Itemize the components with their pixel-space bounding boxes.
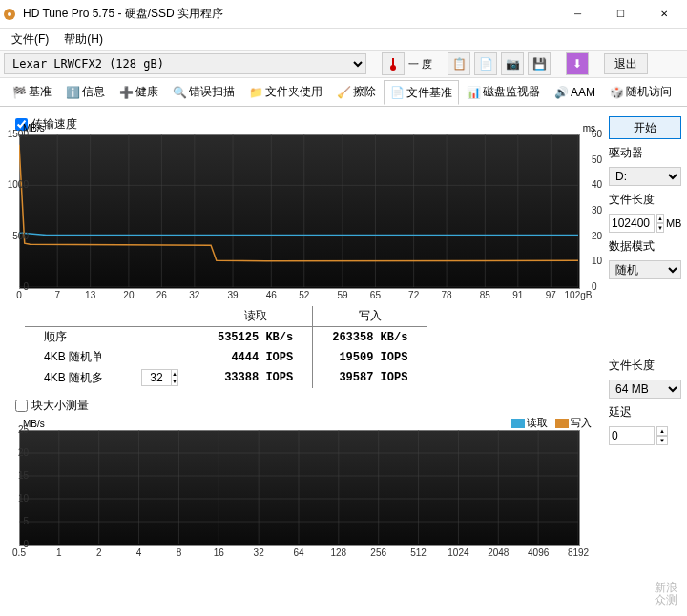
results-table: 读取写入 顺序535125 KB/s263358 KB/s 4KB 随机单444… — [25, 306, 582, 388]
tab-extra[interactable]: 📋额外测试 — [679, 80, 687, 104]
tab-benchmark[interactable]: 🏁基准 — [6, 80, 58, 104]
delay-input[interactable] — [609, 426, 655, 445]
info-icon: ℹ️ — [66, 86, 79, 99]
app-icon — [2, 7, 17, 22]
drive-letter-select[interactable]: D: — [609, 167, 681, 186]
pattern-select[interactable]: 随机 — [609, 260, 681, 279]
blocksize-checkbox[interactable]: 块大小测量 — [15, 398, 601, 414]
tab-aam[interactable]: 🔊AAM — [548, 80, 602, 104]
folder-icon: 📁 — [249, 86, 262, 99]
watermark: 新浪众测 — [655, 582, 677, 606]
close-button[interactable]: ✕ — [642, 1, 685, 28]
download-icon[interactable]: ⬇ — [566, 52, 589, 75]
table-row: 4KB 随机单4444 IOPS19509 IOPS — [25, 347, 427, 367]
tab-info[interactable]: ℹ️信息 — [59, 80, 112, 104]
tab-errorscan[interactable]: 🔍错误扫描 — [166, 80, 241, 104]
speaker-icon: 🔊 — [554, 86, 568, 99]
tab-bar: 🏁基准 ℹ️信息 ➕健康 🔍错误扫描 📁文件夹使用 🧹擦除 📄文件基准 📊磁盘监… — [0, 78, 687, 107]
health-icon: ➕ — [119, 86, 133, 99]
menu-file[interactable]: 文件(F) — [4, 30, 56, 50]
chart-transfer: MB/s ms 05001000150001020304050600713202… — [19, 134, 595, 287]
gauge-icon: 🏁 — [12, 86, 26, 99]
camera-icon[interactable]: 📷 — [501, 52, 524, 75]
legend-read-swatch — [511, 419, 525, 428]
menu-help[interactable]: 帮助(H) — [56, 30, 111, 50]
titlebar: HD Tune Pro 5.75 - 硬盘/SSD 实用程序 ─ ☐ ✕ — [0, 0, 687, 29]
temp-label: 一 度 — [408, 57, 432, 72]
erase-icon: 🧹 — [337, 86, 350, 99]
tab-folders[interactable]: 📁文件夹使用 — [242, 80, 329, 104]
delay-label: 延迟 — [609, 404, 681, 421]
filelen-spinner[interactable]: ▲▼ — [656, 214, 664, 233]
file-icon: 📄 — [390, 86, 404, 99]
search-icon: 🔍 — [173, 86, 186, 99]
legend: 读取 写入 — [6, 416, 592, 430]
side-panel: 开始 驱动器 D: 文件长度 ▲▼MB 数据模式 随机 文件长度 64 MB 延… — [609, 113, 681, 544]
start-button[interactable]: 开始 — [609, 116, 681, 139]
copy-icon[interactable]: 📋 — [448, 52, 470, 75]
svg-point-3 — [390, 65, 396, 71]
filelen2-label: 文件长度 — [609, 358, 681, 374]
thermometer-icon[interactable] — [382, 52, 405, 75]
drive-select[interactable]: Lexar LRWCFX2 (128 gB) — [4, 53, 366, 74]
minimize-button[interactable]: ─ — [556, 1, 599, 28]
legend-write-swatch — [555, 419, 569, 428]
tab-erase[interactable]: 🧹擦除 — [330, 80, 383, 104]
filelen2-select[interactable]: 64 MB — [609, 380, 681, 399]
table-row: 顺序535125 KB/s263358 KB/s — [25, 327, 427, 348]
tab-monitor[interactable]: 📊磁盘监视器 — [460, 80, 547, 104]
svg-point-1 — [8, 12, 11, 16]
toolbar: Lexar LRWCFX2 (128 gB) 一 度 📋 📄 📷 💾 ⬇ 退出 — [0, 50, 687, 78]
tab-filebench[interactable]: 📄文件基准 — [384, 80, 459, 105]
tab-health[interactable]: ➕健康 — [113, 80, 165, 104]
pattern-label: 数据模式 — [609, 238, 681, 255]
tab-random[interactable]: 🎲随机访问 — [603, 80, 678, 104]
random-icon: 🎲 — [610, 86, 623, 99]
drive-label: 驱动器 — [609, 145, 681, 161]
chart-blocksize: MB/s 05101520250.51248163264128256512102… — [19, 430, 595, 544]
delay-spinner[interactable]: ▲▼ — [656, 426, 668, 445]
menubar: 文件(F) 帮助(H) — [0, 29, 687, 50]
maximize-button[interactable]: ☐ — [599, 1, 642, 28]
svg-rect-2 — [392, 58, 394, 66]
copy2-icon[interactable]: 📄 — [474, 52, 497, 75]
filelen-input[interactable] — [609, 214, 655, 233]
monitor-icon: 📊 — [467, 86, 480, 99]
queue-depth-spinner[interactable]: ▲▼ — [141, 369, 178, 386]
table-row: 4KB 随机多 ▲▼ 33388 IOPS39587 IOPS — [25, 367, 427, 388]
window-title: HD Tune Pro 5.75 - 硬盘/SSD 实用程序 — [23, 6, 556, 22]
transfer-rate-checkbox[interactable]: 传输速度 — [15, 116, 601, 133]
exit-button[interactable]: 退出 — [604, 53, 648, 74]
save-icon[interactable]: 💾 — [528, 52, 551, 75]
filelen-label: 文件长度 — [609, 192, 681, 208]
